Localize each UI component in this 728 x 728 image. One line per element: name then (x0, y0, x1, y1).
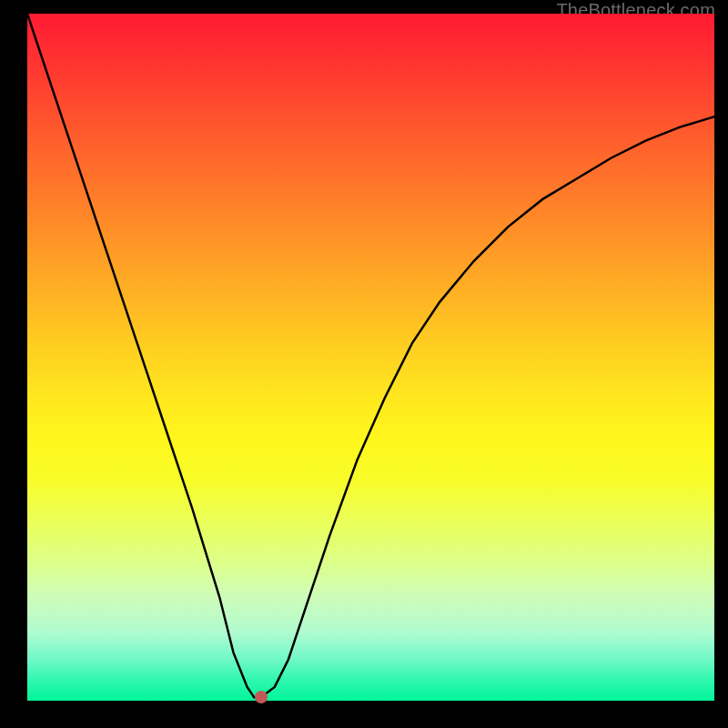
bottleneck-curve (27, 14, 714, 697)
curve-svg (27, 14, 714, 701)
chart-container: TheBottleneck.com (0, 0, 728, 728)
plot-area (27, 14, 714, 701)
optimum-marker-icon (255, 691, 268, 703)
